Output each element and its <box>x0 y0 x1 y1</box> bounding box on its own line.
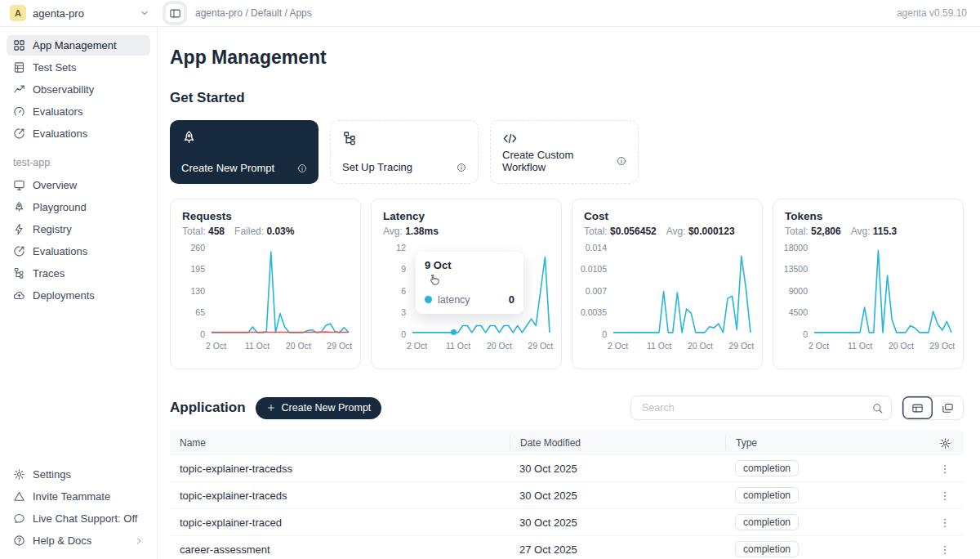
row-menu-button[interactable]: ⋮ <box>926 463 964 475</box>
view-toggle <box>902 396 964 420</box>
sidebar-app-section-label: test-app <box>13 157 144 168</box>
sidebar-item-observability[interactable]: Observability <box>7 79 150 100</box>
x-tick-label: 20 Oct <box>487 341 512 351</box>
type-badge: completion <box>735 514 799 530</box>
x-tick-label: 2 Oct <box>608 341 628 351</box>
plus-icon <box>266 403 276 413</box>
y-tick-label: 0.014 <box>586 244 607 253</box>
table-row[interactable]: topic-explainer-traced30 Oct 2025complet… <box>170 509 964 536</box>
chart-stat: Total: 458 <box>182 226 225 237</box>
set-up-tracing-card[interactable]: Set Up Tracing <box>330 120 479 184</box>
get-started-row: Create New Prompt Set Up Tracing Create … <box>170 120 964 184</box>
chart-stat: Avg: 115.3 <box>851 226 898 237</box>
page-title: App Management <box>170 47 964 69</box>
table-row[interactable]: topic-explainer-tracedss30 Oct 2025compl… <box>170 455 964 482</box>
y-tick-label: 4500 <box>789 308 808 317</box>
table-view-button[interactable] <box>902 396 933 419</box>
gear-icon <box>13 468 25 481</box>
sidebar-main-nav: App ManagementTest SetsObservabilityEval… <box>0 35 157 145</box>
breadcrumb: agenta-pro / Default / Apps <box>195 7 312 19</box>
sidebar-item-test-sets[interactable]: Test Sets <box>7 57 150 78</box>
tokens-chart-card: TokensTotal: 52,806Avg: 115.304500900013… <box>773 199 964 369</box>
grid-icon <box>13 39 25 51</box>
sidebar-item-label: Deployments <box>33 289 95 302</box>
sidebar-item-evaluators[interactable]: Evaluators <box>7 101 150 122</box>
date-modified-cell: 30 Oct 2025 <box>510 463 725 475</box>
sidebar-item-label: Live Chat Support: Off <box>33 512 137 525</box>
testsets-icon <box>13 61 25 74</box>
column-gear-icon <box>939 437 951 449</box>
column-header-type: Type <box>725 436 926 450</box>
x-tick-label: 29 Oct <box>929 341 955 351</box>
info-icon <box>297 163 307 173</box>
info-icon <box>617 156 626 166</box>
y-tick-label: 6 <box>401 287 406 296</box>
row-menu-button[interactable]: ⋮ <box>926 517 964 529</box>
y-tick-label: 9 <box>401 265 406 274</box>
sidebar-item-settings[interactable]: Settings <box>7 464 150 485</box>
card-view-button[interactable] <box>933 396 963 419</box>
table-header: NameDate ModifiedType <box>170 431 964 455</box>
y-tick-label: 195 <box>190 265 205 274</box>
type-badge: completion <box>735 487 799 503</box>
create-custom-workflow-card[interactable]: Create Custom Workflow <box>490 120 639 184</box>
cost-chart-plot[interactable] <box>613 248 751 334</box>
x-axis: 2 Oct11 Oct20 Oct29 Oct <box>412 334 550 351</box>
rocket-icon <box>13 201 25 213</box>
sidebar-item-app-management[interactable]: App Management <box>7 35 150 56</box>
card-view-icon <box>942 402 954 414</box>
card-label: Create Custom Workflow <box>502 149 617 173</box>
create-new-prompt-card[interactable]: Create New Prompt <box>170 120 318 184</box>
series-dot <box>425 296 432 303</box>
search-input[interactable] <box>640 401 866 414</box>
tokens-chart-plot[interactable] <box>814 248 951 334</box>
sidebar-item-traces[interactable]: Traces <box>7 263 150 284</box>
chart-tooltip: 9 Octlatency0 <box>416 252 523 314</box>
sidebar-item-playground[interactable]: Playground <box>7 197 150 217</box>
table-row[interactable]: career-assessment27 Oct 2025completion⋮ <box>170 536 964 559</box>
x-axis: 2 Oct11 Oct20 Oct29 Oct <box>212 334 349 351</box>
latency-chart-card: LatencyAvg: 1.38ms0369122 Oct11 Oct20 Oc… <box>371 199 562 369</box>
create-new-prompt-button[interactable]: Create New Prompt <box>256 397 382 419</box>
org-avatar: A <box>10 5 26 21</box>
y-tick-label: 0.0105 <box>581 265 607 274</box>
version-label: agenta v0.59.10 <box>897 7 980 19</box>
sidebar-item-evaluations[interactable]: Evaluations <box>7 123 150 144</box>
top-bar: A agenta-pro agenta-pro / Default / Apps… <box>0 0 980 27</box>
monitor-icon <box>13 179 25 191</box>
gauge-icon <box>13 105 25 118</box>
date-modified-cell: 30 Oct 2025 <box>510 490 725 502</box>
observability-icon <box>13 83 25 96</box>
sidebar-item-evaluations[interactable]: Evaluations <box>7 241 150 262</box>
y-tick-label: 0 <box>401 330 406 339</box>
column-settings-button[interactable] <box>926 437 964 449</box>
evals-icon <box>13 245 25 257</box>
cloud-icon <box>13 289 25 302</box>
y-tick-label: 3 <box>401 308 406 317</box>
sidebar-item-deployments[interactable]: Deployments <box>7 285 150 306</box>
requests-chart-card: RequestsTotal: 458Failed: 0.03%065130195… <box>170 199 361 369</box>
column-header-date-modified: Date Modified <box>510 436 725 450</box>
sidebar-toggle-button[interactable] <box>166 4 184 22</box>
sidebar-item-invite-teammate[interactable]: Invite Teammate <box>7 486 150 507</box>
app-name-cell: topic-explainer-tracedss <box>170 463 510 475</box>
row-menu-button[interactable]: ⋮ <box>926 490 964 502</box>
sidebar-app-nav: OverviewPlaygroundRegistryEvaluationsTra… <box>0 175 157 307</box>
org-selector[interactable]: A agenta-pro <box>0 5 158 21</box>
requests-chart-plot[interactable] <box>212 248 349 334</box>
sidebar-footer-nav: SettingsInvite TeammateLive Chat Support… <box>0 464 157 552</box>
tooltip-value: 0 <box>509 293 514 306</box>
sidebar-item-live-chat-support-off[interactable]: Live Chat Support: Off <box>7 508 150 529</box>
row-menu-button[interactable]: ⋮ <box>926 543 964 556</box>
sidebar-item-help-docs[interactable]: Help & Docs <box>7 530 150 551</box>
x-tick-label: 11 Oct <box>446 341 470 351</box>
sidebar: App ManagementTest SetsObservabilityEval… <box>0 27 158 559</box>
table-row[interactable]: topic-explainer-traceds30 Oct 2025comple… <box>170 482 964 509</box>
chart-stat: Avg: 1.38ms <box>383 226 439 237</box>
type-cell: completion <box>725 541 926 557</box>
sidebar-item-label: Invite Teammate <box>33 490 110 503</box>
type-badge: completion <box>735 541 799 557</box>
sidebar-item-overview[interactable]: Overview <box>7 175 150 195</box>
sidebar-item-registry[interactable]: Registry <box>7 219 150 239</box>
chart-stat: Total: $0.056452 <box>584 226 657 237</box>
